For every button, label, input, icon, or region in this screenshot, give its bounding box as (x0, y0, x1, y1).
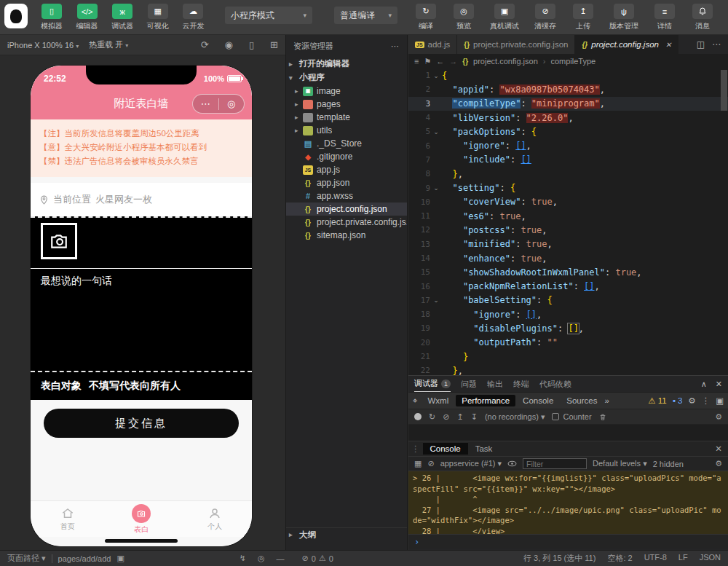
fold-icon[interactable]: ⌄ (430, 72, 442, 79)
watch-icon[interactable]: ◎ (258, 554, 265, 563)
tree-item-utils[interactable]: ▸utils (286, 124, 407, 137)
console-tab-console[interactable]: Console (423, 443, 468, 455)
breadcrumb-file[interactable]: project.config.json (473, 57, 538, 66)
info-count[interactable]: ▪ 3 (673, 396, 683, 405)
tree-item-sitemap.json[interactable]: {}sitemap.json (286, 229, 407, 242)
nav-forward-icon[interactable]: → (449, 57, 457, 66)
console-output[interactable]: > 26 | <image wx:for="{{imglist}}" class… (408, 471, 728, 534)
log-levels-dropdown[interactable]: Default levels ▾ (593, 459, 647, 468)
real-device-debug-button[interactable]: ▣ 真机调试 (483, 4, 526, 31)
code-line[interactable]: 15 "showShadowRootInWxmlPanel": true, (408, 265, 728, 279)
fold-icon[interactable]: ⌄ (430, 296, 442, 304)
hidden-count[interactable]: 2 hidden (653, 460, 684, 468)
code-line[interactable]: 3 "compileType": "miniprogram", (408, 97, 728, 111)
page-path-dropdown[interactable]: 页面路径 ▾ (7, 553, 46, 564)
code-line[interactable]: 11 "es6": true, (408, 209, 728, 223)
more-menu-button[interactable]: ⋯ (193, 95, 218, 113)
tab-profile[interactable]: 个人 (178, 501, 252, 537)
devtools-tab-performance[interactable]: Performance (456, 395, 515, 406)
outline-section[interactable]: ▸ 大纲 (286, 527, 407, 541)
eye-icon[interactable] (507, 460, 517, 467)
reload-record-icon[interactable]: ↻ (429, 412, 435, 422)
code-line[interactable]: 17⌄ "babelSetting": { (408, 294, 728, 307)
collapse-panel-icon[interactable]: ∧ (701, 380, 707, 389)
clear-recordings-icon[interactable]: ⊘ (443, 412, 449, 422)
toggle-debugger-button[interactable]: ж 调试器 (106, 4, 140, 31)
preview-button[interactable]: ◎ 预览 (446, 4, 482, 31)
code-line[interactable]: 5⌄ "packOptions": { (408, 125, 728, 138)
tree-item-pages[interactable]: ▸pages (286, 98, 407, 111)
panel-tab-调试器[interactable]: 调试器1 (414, 376, 451, 392)
scrollbar-thumb[interactable] (721, 70, 727, 111)
recordings-dropdown[interactable]: (no recordings) ▾ (485, 412, 545, 422)
current-page-path[interactable]: pages/add/add (58, 554, 111, 563)
tab-add-js[interactable]: JS add.js (408, 35, 457, 54)
code-line[interactable]: 14 "enhance": true, (408, 251, 728, 265)
panel-tab-代码依赖[interactable]: 代码依赖 (539, 376, 571, 392)
panel-tab-问题[interactable]: 问题 (461, 376, 477, 392)
bookmark-icon[interactable]: ⚑ (424, 57, 431, 66)
hot-reload-dropdown[interactable]: 热重载 开 ▾ (89, 39, 128, 50)
cloud-dev-button[interactable]: ☁ 云开发 (176, 4, 210, 31)
code-line[interactable]: 1⌄{ (408, 68, 728, 82)
status-segment[interactable]: JSON (700, 553, 721, 564)
close-drawer-icon[interactable]: ✕ (715, 444, 728, 454)
load-profile-icon[interactable]: ↥ (456, 412, 463, 422)
dash-icon[interactable]: — (277, 554, 285, 563)
more-actions-icon[interactable]: ⋯ (391, 42, 400, 51)
rotate-icon[interactable]: ⟳ (201, 39, 209, 50)
submit-button[interactable]: 提交信息 (44, 409, 239, 438)
code-line[interactable]: 7 "include": [] (408, 153, 728, 167)
code-area[interactable]: 1⌄{2 "appid": "wx8a0987b05074043",3 "com… (408, 68, 728, 375)
tree-item-.gitignore[interactable]: ◆.gitignore (286, 150, 407, 163)
console-prompt[interactable]: › (408, 534, 728, 549)
nav-back-icon[interactable]: ← (436, 57, 444, 66)
open-editors-section[interactable]: ▸ 打开的编辑器 (286, 57, 407, 71)
tree-item-image[interactable]: ▸▣image (286, 84, 407, 98)
console-tab-task[interactable]: Task (468, 443, 500, 455)
tree-item-project.private.config.js...[interactable]: {}project.private.config.js... (286, 216, 407, 229)
record-button[interactable] (414, 413, 422, 420)
message-textarea[interactable]: 最想说的一句话 (31, 268, 252, 371)
code-line[interactable]: 16 "packNpmRelationList": [], (408, 279, 728, 293)
breadcrumb-symbol[interactable]: compileType (550, 57, 596, 66)
undock-icon[interactable]: ▣ (716, 396, 724, 406)
tree-item-app.wxss[interactable]: #app.wxss (286, 189, 407, 203)
code-line[interactable]: 6 "ignore": [], (408, 138, 728, 152)
flash-icon[interactable]: ↯ (240, 554, 246, 563)
details-button[interactable]: ≡ 详情 (646, 4, 683, 31)
panel-tab-输出[interactable]: 输出 (487, 376, 503, 392)
visualization-button[interactable]: ▦ 可视化 (141, 4, 175, 31)
close-target-button[interactable]: ◎ (219, 95, 245, 113)
devtools-tab-console[interactable]: Console (517, 395, 559, 406)
split-editor-icon[interactable]: ◫ (697, 39, 705, 50)
close-icon[interactable]: ✕ (665, 41, 671, 49)
panel-tab-终端[interactable]: 终端 (513, 376, 529, 392)
add-photo-button[interactable] (41, 223, 77, 259)
code-line[interactable]: 10 "coverView": true, (408, 195, 728, 209)
filter-input[interactable] (523, 458, 587, 469)
code-line[interactable]: 13 "minified": true, (408, 237, 728, 251)
gear-icon[interactable]: ⚙ (688, 396, 695, 406)
status-segment[interactable]: UTF-8 (644, 553, 667, 564)
tree-item-template[interactable]: ▸template (286, 111, 407, 124)
fold-icon[interactable]: ⌄ (430, 184, 442, 192)
code-line[interactable]: 9⌄ "setting": { (408, 181, 728, 194)
copy-path-icon[interactable]: ▣ (116, 554, 124, 563)
outline-list-icon[interactable]: ≡ (414, 57, 419, 66)
code-line[interactable]: 2 "appid": "wx8a0987b05074043", (408, 82, 728, 96)
phone-frame-icon[interactable]: ▯ (249, 39, 254, 50)
miniprogram-mode-dropdown[interactable]: 小程序模式 ▾ (225, 7, 312, 24)
clear-cache-button[interactable]: ⊘ 清缓存 (527, 4, 563, 31)
status-segment[interactable]: 行 3, 列 15 (选中 11) (523, 553, 596, 564)
detach-window-icon[interactable]: ⊞ (270, 39, 278, 50)
tab-project-private-config[interactable]: {} project.private.config.json (457, 35, 575, 54)
tab-project-config[interactable]: {} project.config.json ✕ (575, 35, 678, 54)
tree-item-app.js[interactable]: JSapp.js (286, 163, 407, 176)
record-screen-icon[interactable]: ◉ (225, 39, 233, 50)
device-dropdown[interactable]: iPhone X 100% 16 ▾ (7, 41, 79, 50)
close-panel-icon[interactable]: ✕ (716, 380, 722, 389)
devtools-tab-sources[interactable]: Sources (561, 395, 603, 406)
compile-mode-dropdown[interactable]: 普通编译 ▾ (334, 7, 397, 24)
gear-icon[interactable]: ⚙ (715, 459, 722, 468)
